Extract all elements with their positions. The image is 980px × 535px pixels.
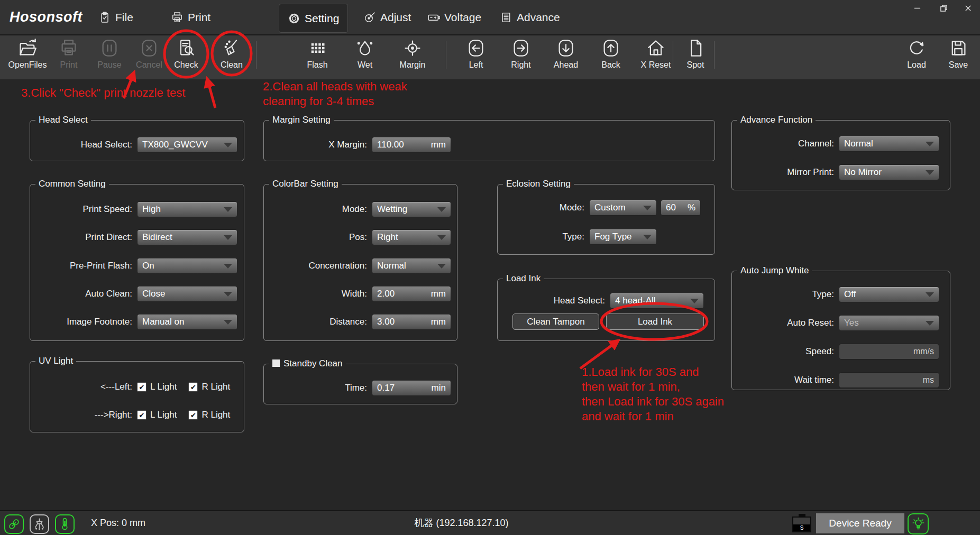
- minimize-icon: [913, 4, 921, 12]
- toolbar-print-button[interactable]: Print: [49, 39, 89, 70]
- file-icon: [98, 11, 111, 24]
- left-r-light-checkbox[interactable]: ✔: [188, 382, 198, 392]
- channel-dropdown[interactable]: Normal: [839, 136, 939, 152]
- toolbar: OpenFiles Print Pause Cancel Check Clean: [0, 35, 980, 79]
- annotation-step1: 1.Load ink for 30S and then wait for 1 m…: [582, 365, 724, 424]
- menu-setting-active[interactable]: Setting: [279, 4, 348, 33]
- eclosion-mode-dropdown[interactable]: Custom: [589, 200, 657, 216]
- panel-title: Advance Function: [737, 115, 816, 125]
- chevron-down-icon: [224, 292, 232, 297]
- eclosion-percent-field[interactable]: 60%: [661, 200, 701, 216]
- toolbar-separator: [256, 41, 257, 69]
- auto-reset-label: Auto Reset:: [732, 318, 839, 328]
- x-margin-field[interactable]: 110.00 mm: [372, 137, 451, 153]
- standby-clean-checkbox[interactable]: [272, 359, 280, 367]
- toolbar-pause-button[interactable]: Pause: [89, 39, 130, 70]
- load-ink-head-select-dropdown[interactable]: 4 head-All: [610, 293, 704, 309]
- battery-label: S: [793, 524, 810, 531]
- chevron-down-icon: [224, 264, 232, 269]
- image-footnote-dropdown[interactable]: Manual on: [137, 314, 237, 330]
- print-speed-dropdown[interactable]: High: [137, 201, 237, 217]
- light-button[interactable]: [908, 513, 929, 534]
- jump-type-dropdown[interactable]: Off: [839, 287, 939, 302]
- clean-tampon-button[interactable]: Clean Tampon: [512, 313, 599, 330]
- toolbar-wet-button[interactable]: Wet: [345, 39, 385, 70]
- r-light-label: R Light: [202, 410, 230, 420]
- head-select-dropdown[interactable]: TX800_GWCVV: [137, 137, 237, 153]
- standby-clean-panel: Standby Clean Time: 0.17min: [263, 364, 457, 404]
- toolbar-openfiles-button[interactable]: OpenFiles: [7, 39, 48, 70]
- pause-icon: [100, 39, 119, 58]
- speed-label: Speed:: [732, 346, 839, 357]
- maximize-icon: [940, 4, 948, 12]
- status-bar: X Pos: 0 mm 机器 (192.168.127.10) S Device…: [0, 510, 980, 535]
- colorbar-mode-dropdown[interactable]: Wetting: [372, 201, 451, 217]
- load-ink-button[interactable]: Load Ink: [606, 313, 704, 330]
- colorbar-pos-dropdown[interactable]: Right: [372, 229, 451, 245]
- auto-clean-label: Auto Clean:: [30, 289, 137, 299]
- title-bar: Hosonsoft File Print Setting Adjust Volt…: [0, 0, 980, 35]
- time-label: Time:: [264, 383, 372, 393]
- left-l-light-checkbox[interactable]: ✔: [137, 382, 146, 392]
- standby-time-field[interactable]: 0.17min: [372, 380, 451, 396]
- concentration-dropdown[interactable]: Normal: [372, 258, 451, 274]
- auto-jump-white-panel: Auto Jump White Type: Off Auto Reset: Ye…: [731, 271, 950, 390]
- arrow-left-icon: [466, 39, 486, 58]
- toolbar-ahead-button[interactable]: Ahead: [546, 39, 586, 70]
- toolbar-left-button[interactable]: Left: [456, 39, 496, 70]
- menu-file-label: File: [115, 11, 133, 24]
- toolbar-xreset-button[interactable]: X Reset: [636, 39, 676, 70]
- toolbar-separator: [714, 41, 715, 69]
- maximize-button[interactable]: [935, 2, 952, 14]
- toolbar-load-button[interactable]: Load: [896, 39, 937, 70]
- right-l-light-checkbox[interactable]: ✔: [137, 410, 146, 420]
- toolbar-spot-button[interactable]: Spot: [675, 39, 716, 70]
- advance-function-panel: Advance Function Channel: Normal Mirror …: [731, 120, 950, 190]
- mirror-print-dropdown[interactable]: No Mirror: [839, 164, 939, 180]
- eclosion-setting-panel: Eclosion Setting Mode: Custom 60% Type: …: [497, 184, 715, 255]
- toolbar-flash-button[interactable]: Flash: [297, 39, 337, 70]
- unit-label: mm/s: [913, 347, 934, 356]
- chevron-down-icon: [643, 206, 652, 210]
- spot-page-icon: [686, 39, 705, 58]
- eclosion-type-dropdown[interactable]: Fog Type: [589, 229, 657, 245]
- toolbar-check-button[interactable]: Check: [166, 39, 206, 70]
- chevron-down-icon: [437, 264, 446, 269]
- menu-advance[interactable]: Advance: [500, 0, 560, 34]
- r-light-label: R Light: [202, 382, 230, 392]
- toolbar-save-button[interactable]: Save: [938, 39, 978, 70]
- unit-label: ms: [923, 375, 934, 385]
- toolbar-cancel-button[interactable]: Cancel: [129, 39, 169, 70]
- toolbar-margin-button[interactable]: Margin: [392, 39, 433, 70]
- chevron-down-icon: [643, 235, 652, 239]
- colorbar-distance-field[interactable]: 3.00mm: [372, 314, 451, 330]
- pre-print-flash-dropdown[interactable]: On: [137, 258, 237, 274]
- auto-clean-dropdown[interactable]: Close: [137, 286, 237, 302]
- right-r-light-checkbox[interactable]: ✔: [188, 410, 198, 420]
- panel-title: Auto Jump White: [737, 265, 812, 276]
- lightbulb-icon: [911, 517, 926, 531]
- toolbar-back-button[interactable]: Back: [591, 39, 631, 70]
- menu-adjust[interactable]: Adjust: [363, 0, 411, 34]
- load-refresh-icon: [907, 39, 926, 58]
- concentration-label: Concentration:: [264, 261, 372, 271]
- menu-print[interactable]: Print: [171, 0, 210, 34]
- toolbar-right-button[interactable]: Right: [501, 39, 541, 70]
- auto-reset-dropdown[interactable]: Yes: [839, 315, 939, 331]
- colorbar-width-field[interactable]: 2.00mm: [372, 286, 451, 302]
- print-direct-dropdown[interactable]: Bidirect: [137, 229, 237, 245]
- chevron-down-icon: [224, 207, 232, 212]
- wait-time-field[interactable]: ms: [839, 372, 939, 388]
- menu-file[interactable]: File: [98, 0, 133, 34]
- menu-voltage[interactable]: Voltage: [427, 0, 481, 34]
- speed-field[interactable]: mm/s: [839, 344, 939, 359]
- pre-print-flash-label: Pre-Print Flash:: [30, 261, 137, 271]
- printer-icon: [59, 39, 78, 58]
- chevron-down-icon: [437, 235, 446, 240]
- minimize-button[interactable]: [909, 2, 926, 14]
- margin-target-icon: [403, 39, 422, 58]
- close-button[interactable]: [959, 2, 976, 14]
- panel-title: Standby Clean: [269, 358, 346, 369]
- toolbar-clean-button[interactable]: Clean: [212, 39, 252, 70]
- colorbar-setting-panel: ColorBar Setting Mode: Wetting Pos: Righ…: [263, 184, 457, 341]
